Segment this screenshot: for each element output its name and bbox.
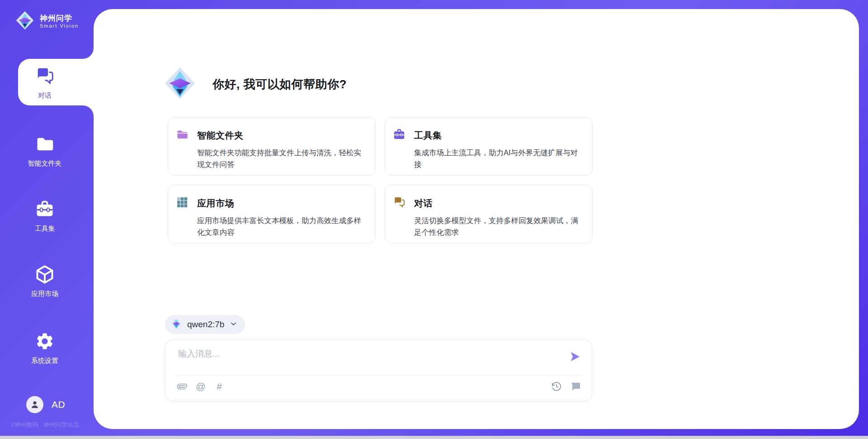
card-title: 应用市场 [197, 197, 234, 210]
model-name: qwen2:7b [187, 320, 224, 329]
sidebar-item-app-market[interactable]: 应用市场 [0, 264, 90, 298]
card-toolset[interactable]: 工具集 集成市场上主流工具，助力AI与外界无缝扩展与对接 [385, 117, 593, 176]
send-icon[interactable] [568, 350, 582, 363]
avatar [26, 396, 43, 413]
greeting-diamond-icon [163, 66, 197, 102]
sidebar-item-label: 应用市场 [31, 290, 58, 298]
card-smart-folder[interactable]: 智能文件夹 智能文件夹功能支持批量文件上传与清洗，轻松实现文件问答 [168, 117, 376, 176]
chat-bubbles-icon [393, 196, 406, 210]
mention-icon[interactable]: @ [195, 381, 207, 392]
bottom-strip [0, 436, 868, 439]
tab-fillet-top [83, 48, 94, 59]
sidebar-item-label: 系统设置 [31, 357, 58, 365]
folder-icon [35, 134, 55, 156]
card-title: 工具集 [414, 129, 442, 142]
card-description: 应用市场提供丰富长文本模板，助力高效生成多样化文章内容 [197, 215, 365, 238]
card-description: 灵活切换多模型文件，支持多样回复效果调试，满足个性化需求 [414, 215, 582, 238]
message-input[interactable] [178, 346, 553, 362]
model-diamond-icon [170, 318, 182, 331]
tab-fillet-bottom [83, 105, 94, 116]
sidebar-item-label: 智能文件夹 [28, 159, 62, 168]
grid-icon [176, 196, 189, 210]
sidebar-item-chat[interactable]: 对话 [0, 66, 90, 100]
app-title: 神州问学 [40, 14, 79, 23]
message-bubble-icon[interactable] [570, 381, 582, 392]
user-initials: AD [52, 399, 65, 410]
greeting: 你好, 我可以如何帮助你? [163, 66, 347, 102]
card-chat[interactable]: 对话 灵活切换多模型文件，支持多样回复效果调试，满足个性化需求 [385, 185, 593, 243]
chat-bubbles-icon [35, 66, 55, 88]
sidebar-item-label: 工具集 [35, 224, 55, 233]
card-description: 集成市场上主流工具，助力AI与外界无缝扩展与对接 [414, 147, 582, 170]
sidebar-item-label: 对话 [38, 91, 52, 100]
card-title: 对话 [414, 197, 433, 210]
folder-icon [176, 128, 189, 143]
card-description: 智能文件夹功能支持批量文件上传与清洗，轻松实现文件问答 [197, 147, 365, 170]
composer-divider [175, 375, 583, 376]
app-subtitle: Smart Vision [40, 23, 79, 29]
app-logo: 神州问学 Smart Vision [15, 10, 79, 32]
message-composer: @ # [165, 339, 592, 401]
toolbox-icon [35, 199, 55, 221]
sidebar-item-smart-folder[interactable]: 智能文件夹 [0, 134, 90, 168]
greeting-text: 你好, 我可以如何帮助你? [212, 76, 347, 92]
chevron-down-icon [229, 320, 238, 330]
gear-icon [35, 331, 55, 353]
brand-diamond-icon [15, 10, 35, 32]
attachment-icon[interactable] [176, 381, 188, 392]
card-title: 智能文件夹 [197, 129, 244, 142]
history-icon[interactable] [551, 381, 562, 392]
hashtag-icon[interactable]: # [213, 381, 225, 392]
sidebar-item-settings[interactable]: 系统设置 [0, 331, 90, 365]
card-app-market[interactable]: 应用市场 应用市场提供丰富长文本模板，助力高效生成多样化文章内容 [168, 185, 376, 243]
toolbox-icon [393, 128, 406, 143]
sidebar-item-toolset[interactable]: 工具集 [0, 199, 90, 233]
model-selector[interactable]: qwen2:7b [165, 315, 245, 334]
copyright-footer: ©神州数码 · 神州问学出品 [0, 421, 90, 429]
user-menu[interactable]: AD [26, 396, 65, 413]
cube-icon [35, 264, 55, 286]
app-window: 神州问学 Smart Vision 对话 智能文件夹 [0, 0, 868, 439]
